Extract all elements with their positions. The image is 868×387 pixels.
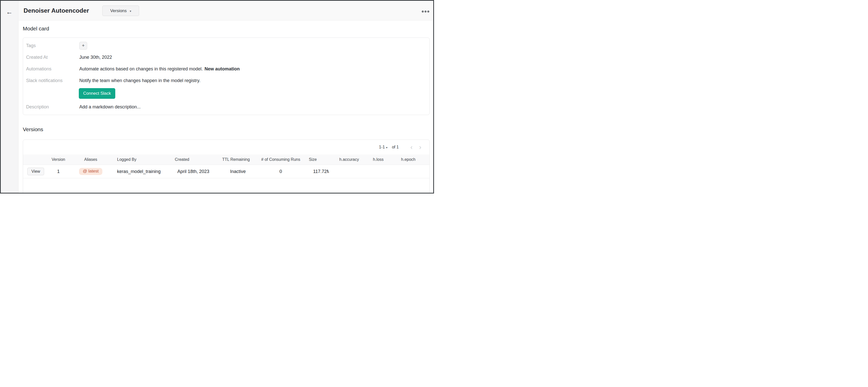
col-header-version: Version (46, 157, 70, 162)
page-range-dropdown[interactable]: 1-1 ▾ (379, 145, 388, 150)
connect-slack-button[interactable]: Connect Slack (79, 88, 115, 99)
created-at-row: Created At June 30th, 2022 (23, 54, 429, 61)
model-card-panel: Tags + Created At June 30th, 2022 Automa… (23, 37, 430, 115)
automations-label: Automations (23, 66, 79, 72)
logged-by-cell: keras_model_training (111, 169, 167, 174)
page-header: Denoiser Autoencoder Versions ▾ (19, 1, 433, 21)
view-button[interactable]: View (27, 168, 44, 175)
page-title: Denoiser Autoencoder (24, 1, 89, 21)
col-header-size: Size (304, 157, 329, 162)
versions-dropdown-label: Versions (110, 8, 127, 13)
new-automation-link[interactable]: New automation (205, 66, 240, 72)
back-arrow-icon[interactable]: ← (5, 8, 13, 16)
overflow-menu-icon[interactable] (422, 11, 429, 12)
col-header-consuming-runs: # of Consuming Runs (258, 157, 304, 162)
dot-icon (425, 11, 426, 12)
page-range-label: 1-1 (379, 145, 385, 150)
app-window: ← Denoiser Autoencoder Versions ▾ Model … (0, 0, 434, 193)
col-header-created: Created (167, 157, 216, 162)
tags-label: Tags (23, 43, 79, 49)
latest-alias-badge: @ latest (79, 168, 103, 175)
col-header-logged-by: Logged By (111, 157, 167, 162)
automations-row: Automations Automate actions based on ch… (23, 65, 429, 73)
consuming-runs-cell: 0 (258, 169, 304, 174)
created-cell: April 18th, 2023 (167, 169, 216, 174)
chevron-down-icon: ▾ (130, 9, 131, 13)
dot-icon (427, 11, 429, 12)
version-cell: 1 (46, 169, 70, 174)
prev-page-button[interactable]: ‹ (410, 144, 413, 151)
pagination-bar: 1-1 ▾ of 1 ‹ › (23, 140, 429, 155)
view-cell: View (23, 168, 46, 175)
ttl-remaining-cell: Inactive (216, 169, 258, 174)
next-page-button[interactable]: › (419, 144, 421, 151)
description-label: Description (23, 104, 79, 110)
size-cell: 117.72MB (304, 169, 329, 174)
col-header-h-loss: h.loss (369, 157, 387, 162)
col-header-ttl-remaining: TTL Remaining (216, 157, 258, 162)
caret-down-icon: ▾ (386, 146, 388, 149)
table-row: View 1 @ latest keras_model_training Apr… (23, 165, 429, 178)
created-at-value: June 30th, 2022 (79, 55, 112, 60)
description-placeholder[interactable]: Add a markdown description... (79, 104, 141, 110)
tags-row: Tags + (23, 41, 429, 51)
versions-dropdown-button[interactable]: Versions ▾ (102, 6, 139, 16)
page-of-label: of 1 (392, 145, 399, 150)
aliases-cell: @ latest (70, 168, 111, 175)
col-header-h-accuracy: h.accuracy (329, 157, 369, 162)
versions-table-panel: 1-1 ▾ of 1 ‹ › Version Aliases Logged By… (23, 139, 430, 193)
slack-notifications-row: Slack notifications Notify the team when… (23, 77, 429, 84)
col-header-h-epoch: h.epoch (387, 157, 429, 162)
model-card-heading: Model card (23, 26, 49, 32)
slack-notifications-label: Slack notifications (23, 78, 79, 83)
versions-heading: Versions (23, 126, 43, 132)
table-header-row: Version Aliases Logged By Created TTL Re… (23, 155, 429, 165)
add-tag-button[interactable]: + (79, 42, 87, 50)
left-sidebar: ← (1, 1, 19, 193)
description-row: Description Add a markdown description..… (23, 103, 429, 111)
col-header-aliases: Aliases (70, 157, 111, 162)
created-at-label: Created At (23, 55, 79, 60)
automations-text: Automate actions based on changes in thi… (79, 66, 203, 72)
dot-icon (422, 11, 424, 12)
slack-notifications-text: Notify the team when changes happen in t… (79, 78, 200, 83)
